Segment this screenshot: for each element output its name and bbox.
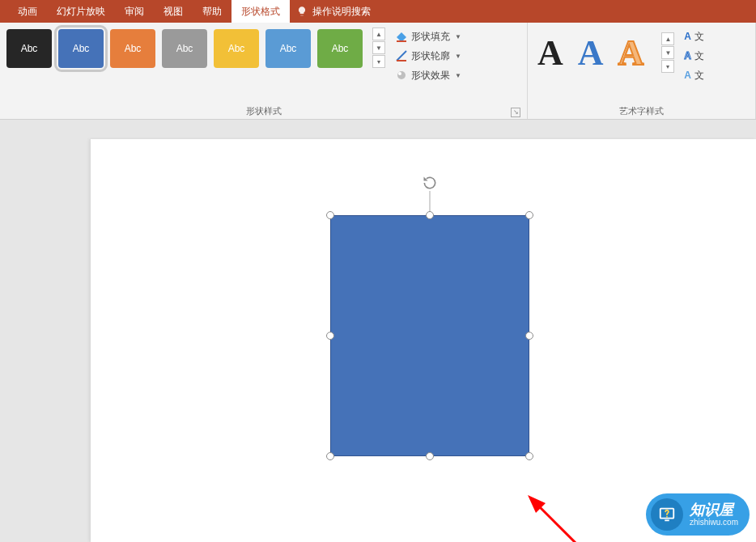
wordart-gallery-scroll: ▲ ▼ ▾ [661,32,674,74]
svg-marker-5 [528,495,546,513]
gallery-scroll-up[interactable]: ▲ [372,28,385,40]
resize-handle-se[interactable] [525,452,533,460]
resize-handle-s[interactable] [426,452,434,460]
wordart-expand[interactable]: ▾ [661,60,674,73]
gallery-scroll-down[interactable]: ▼ [372,41,385,54]
lightbulb-icon [296,6,308,17]
svg-rect-1 [397,60,406,61]
tab-help[interactable]: 帮助 [193,0,231,23]
text-fill-button[interactable]: A 文 [682,28,706,45]
wordart-gallery: A A A ▲ ▼ ▾ [534,28,677,78]
shape-outline-label: 形状轮廓 [411,49,450,63]
shape-style-thumb-2[interactable]: Abc [58,29,104,68]
resize-handle-sw[interactable] [326,452,334,460]
tab-slideshow[interactable]: 幻灯片放映 [47,0,115,23]
tell-me-label: 操作说明搜索 [312,5,371,19]
wordart-scroll-up[interactable]: ▲ [661,32,674,45]
shape-style-thumb-5[interactable]: Abc [214,29,259,68]
shape-style-thumb-3[interactable]: Abc [110,29,155,68]
ribbon-group-wordart: A A A ▲ ▼ ▾ A 文 A 文 A [528,23,756,119]
svg-point-2 [397,71,406,79]
rectangle-shape[interactable] [330,215,529,456]
text-outline-label: 文 [694,49,704,63]
slide-canvas[interactable] [91,139,756,542]
gallery-scroll: ▲ ▼ ▾ [372,28,385,69]
svg-rect-0 [397,40,406,42]
shape-styles-dialog-launcher[interactable]: ↘ [511,108,520,117]
wordart-group-label: 艺术字样式 [534,104,749,117]
svg-point-7 [666,516,668,518]
text-effects-button[interactable]: A 文 [682,66,706,84]
gallery-expand[interactable]: ▾ [372,55,385,68]
wordart-style-1[interactable]: A [537,32,563,74]
paint-bucket-icon [395,30,408,43]
wordart-style-2[interactable]: A [578,32,604,74]
shape-options: 形状填充 ▼ 形状轮廓 ▼ 形状效果 ▼ [392,28,465,84]
chevron-down-icon: ▼ [455,33,461,40]
shape-style-thumb-7[interactable]: Abc [317,29,363,68]
text-outline-button[interactable]: A 文 [682,47,706,65]
wordart-options: A 文 A 文 A 文 [682,28,706,84]
watermark-badge: 知识屋 zhishiwu.com [646,493,750,536]
rotate-icon [422,175,438,191]
text-fill-label: 文 [694,30,704,44]
tell-me-search[interactable]: 操作说明搜索 [296,5,371,19]
shape-styles-group-label: 形状样式 ↘ [6,104,520,117]
svg-point-3 [398,72,401,75]
wordart-scroll-down[interactable]: ▼ [661,46,674,59]
effects-icon [395,69,408,82]
selected-shape[interactable] [330,215,529,456]
wordart-style-3[interactable]: A [618,32,644,74]
shape-outline-button[interactable]: 形状轮廓 ▼ [392,47,465,65]
watermark-url: zhishiwu.com [690,518,738,527]
shape-style-gallery: Abc Abc Abc Abc Abc Abc Abc ▲ ▼ ▾ [6,28,385,69]
tab-view[interactable]: 视图 [154,0,193,23]
rotate-handle[interactable] [422,175,438,191]
tab-shape-format[interactable]: 形状格式 [231,0,290,23]
tab-animations[interactable]: 动画 [8,0,47,23]
shape-style-thumb-4[interactable]: Abc [162,29,207,68]
shape-style-thumb-6[interactable]: Abc [265,29,311,68]
chevron-down-icon: ▼ [455,72,461,79]
resize-handle-n[interactable] [426,211,434,219]
pen-icon [395,49,408,62]
shape-fill-button[interactable]: 形状填充 ▼ [392,28,465,45]
text-effects-label: 文 [694,69,704,83]
menu-bar: 动画 幻灯片放映 审阅 视图 帮助 形状格式 操作说明搜索 [0,0,756,23]
watermark-icon [651,498,683,531]
shape-effects-button[interactable]: 形状效果 ▼ [392,66,465,84]
shape-fill-label: 形状填充 [411,30,450,44]
ribbon-group-shape-styles: Abc Abc Abc Abc Abc Abc Abc ▲ ▼ ▾ 形状填充 ▼ [0,23,528,119]
ribbon: Abc Abc Abc Abc Abc Abc Abc ▲ ▼ ▾ 形状填充 ▼ [0,23,756,120]
resize-handle-ne[interactable] [525,211,533,219]
shape-effects-label: 形状效果 [411,69,450,83]
watermark-title: 知识屋 [690,502,738,519]
resize-handle-nw[interactable] [326,211,334,219]
resize-handle-e[interactable] [525,332,533,340]
resize-handle-w[interactable] [326,332,334,340]
shape-style-thumb-1[interactable]: Abc [6,29,52,68]
chevron-down-icon: ▼ [455,53,461,60]
question-screen-icon [658,506,676,523]
tab-review[interactable]: 审阅 [115,0,154,23]
